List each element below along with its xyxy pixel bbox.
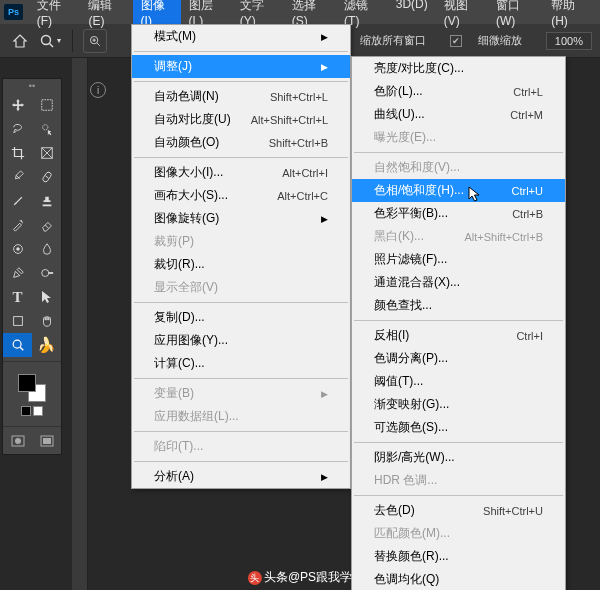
menu-item-label: 自动色调(N)	[154, 88, 219, 105]
menu-item-shortcut: Ctrl+B	[512, 208, 543, 220]
menu-item-label: 裁切(R)...	[154, 256, 205, 273]
move-tool[interactable]	[3, 93, 32, 117]
fine-zoom-checkbox[interactable]: ✔	[450, 35, 462, 47]
menu-item[interactable]: 计算(C)...	[132, 352, 350, 375]
menu-item: 裁剪(P)	[132, 230, 350, 253]
menubar-item[interactable]: 窗口(W)	[488, 0, 543, 32]
menu-item-label: HDR 色调...	[374, 472, 437, 489]
svg-line-12	[45, 176, 48, 178]
menu-item[interactable]: 色阶(L)...Ctrl+L	[352, 80, 565, 103]
edit-toolbar[interactable]: 🍌	[32, 333, 61, 357]
crop-tool[interactable]	[3, 141, 32, 165]
svg-point-16	[41, 270, 48, 277]
zoom-tool[interactable]	[3, 333, 32, 357]
menu-item[interactable]: 自动色调(N)Shift+Ctrl+L	[132, 85, 350, 108]
menu-item[interactable]: 复制(D)...	[132, 306, 350, 329]
frame-tool[interactable]	[32, 141, 61, 165]
zoom-percent[interactable]: 100%	[546, 32, 592, 50]
menu-item[interactable]: 色调分离(P)...	[352, 347, 565, 370]
menu-image: 模式(M)▶调整(J)▶自动色调(N)Shift+Ctrl+L自动对比度(U)A…	[131, 24, 351, 489]
menu-item[interactable]: 曲线(U)...Ctrl+M	[352, 103, 565, 126]
healing-tool[interactable]	[32, 165, 61, 189]
blur-tool[interactable]	[32, 237, 61, 261]
menu-separator	[134, 378, 348, 379]
menu-item[interactable]: 替换颜色(R)...	[352, 545, 565, 568]
submenu-arrow-icon: ▶	[321, 214, 328, 224]
brush-tool[interactable]	[3, 189, 32, 213]
menu-item[interactable]: 应用图像(Y)...	[132, 329, 350, 352]
foreground-color[interactable]	[18, 374, 36, 392]
menu-item[interactable]: 可选颜色(S)...	[352, 416, 565, 439]
menu-item-label: 自动对比度(U)	[154, 111, 231, 128]
menu-item[interactable]: 色调均化(Q)	[352, 568, 565, 590]
menu-item[interactable]: 分析(A)▶	[132, 465, 350, 488]
menu-item[interactable]: 模式(M)▶	[132, 25, 350, 48]
type-tool[interactable]: T	[3, 285, 32, 309]
menu-item-shortcut: Shift+Ctrl+U	[483, 505, 543, 517]
menu-item-label: 分析(A)	[154, 468, 194, 485]
quick-select-tool[interactable]	[32, 117, 61, 141]
path-select-tool[interactable]	[32, 285, 61, 309]
svg-line-1	[50, 43, 54, 47]
history-brush-tool[interactable]	[3, 213, 32, 237]
screenmode-icon[interactable]	[40, 435, 54, 450]
toolbox-grip[interactable]: ••	[3, 79, 61, 93]
eraser-tool[interactable]	[32, 213, 61, 237]
lasso-tool[interactable]	[3, 117, 32, 141]
menu-item[interactable]: 去色(D)Shift+Ctrl+U	[352, 499, 565, 522]
marquee-tool[interactable]	[32, 93, 61, 117]
menu-item[interactable]: 图像大小(I)...Alt+Ctrl+I	[132, 161, 350, 184]
menubar-item[interactable]: 编辑(E)	[80, 0, 132, 32]
menu-item[interactable]: 亮度/对比度(C)...	[352, 57, 565, 80]
menu-item[interactable]: 调整(J)▶	[132, 55, 350, 78]
separator	[72, 30, 73, 52]
menu-item-label: 图像旋转(G)	[154, 210, 219, 227]
home-icon[interactable]	[8, 29, 32, 53]
svg-line-13	[45, 225, 49, 229]
menu-item[interactable]: 色彩平衡(B)...Ctrl+B	[352, 202, 565, 225]
menu-item-shortcut: Alt+Shift+Ctrl+B	[464, 231, 543, 243]
menu-item[interactable]: 裁切(R)...	[132, 253, 350, 276]
menubar-item[interactable]: 帮助(H)	[543, 0, 596, 32]
menu-separator	[134, 431, 348, 432]
menu-item[interactable]: 阴影/高光(W)...	[352, 446, 565, 469]
menu-item-shortcut: Alt+Ctrl+I	[282, 167, 328, 179]
menu-item[interactable]: 画布大小(S)...Alt+Ctrl+C	[132, 184, 350, 207]
menubar-item[interactable]: 视图(V)	[436, 0, 488, 32]
menu-item-shortcut: Ctrl+I	[516, 330, 543, 342]
stamp-tool[interactable]	[32, 189, 61, 213]
menu-item[interactable]: 自动对比度(U)Alt+Shift+Ctrl+L	[132, 108, 350, 131]
quickmask-icon[interactable]	[11, 435, 25, 450]
menubar: Ps 文件(F)编辑(E)图像(I)图层(L)文字(Y)选择(S)滤镜(T)3D…	[0, 0, 600, 24]
menubar-item[interactable]: 3D(D)	[388, 0, 436, 32]
menu-item-shortcut: Ctrl+U	[512, 185, 543, 197]
menu-separator	[134, 51, 348, 52]
info-icon[interactable]: i	[90, 82, 106, 98]
hand-tool[interactable]	[32, 309, 61, 333]
swap-colors[interactable]	[33, 406, 43, 416]
color-swatches[interactable]	[3, 366, 61, 422]
menubar-item[interactable]: 文件(F)	[29, 0, 81, 32]
menu-item[interactable]: 渐变映射(G)...	[352, 393, 565, 416]
zoom-in-icon[interactable]	[83, 29, 107, 53]
menu-item-label: 阈值(T)...	[374, 373, 423, 390]
menu-item-label: 应用图像(Y)...	[154, 332, 228, 349]
menu-item[interactable]: 颜色查找...	[352, 294, 565, 317]
menu-item[interactable]: 图像旋转(G)▶	[132, 207, 350, 230]
separator	[3, 361, 61, 362]
menu-item[interactable]: 阈值(T)...	[352, 370, 565, 393]
shape-tool[interactable]	[3, 309, 32, 333]
zoom-tool-icon[interactable]: ▾	[38, 29, 62, 53]
app-icon: Ps	[4, 4, 23, 20]
default-colors[interactable]	[21, 406, 31, 416]
menu-item[interactable]: 照片滤镜(F)...	[352, 248, 565, 271]
gradient-tool[interactable]	[3, 237, 32, 261]
menu-item[interactable]: 通道混合器(X)...	[352, 271, 565, 294]
eyedropper-tool[interactable]	[3, 165, 32, 189]
menu-item-shortcut: Ctrl+M	[510, 109, 543, 121]
menu-item[interactable]: 自动颜色(O)Shift+Ctrl+B	[132, 131, 350, 154]
menu-item[interactable]: 反相(I)Ctrl+I	[352, 324, 565, 347]
menu-item[interactable]: 色相/饱和度(H)...Ctrl+U	[352, 179, 565, 202]
dodge-tool[interactable]	[32, 261, 61, 285]
pen-tool[interactable]	[3, 261, 32, 285]
